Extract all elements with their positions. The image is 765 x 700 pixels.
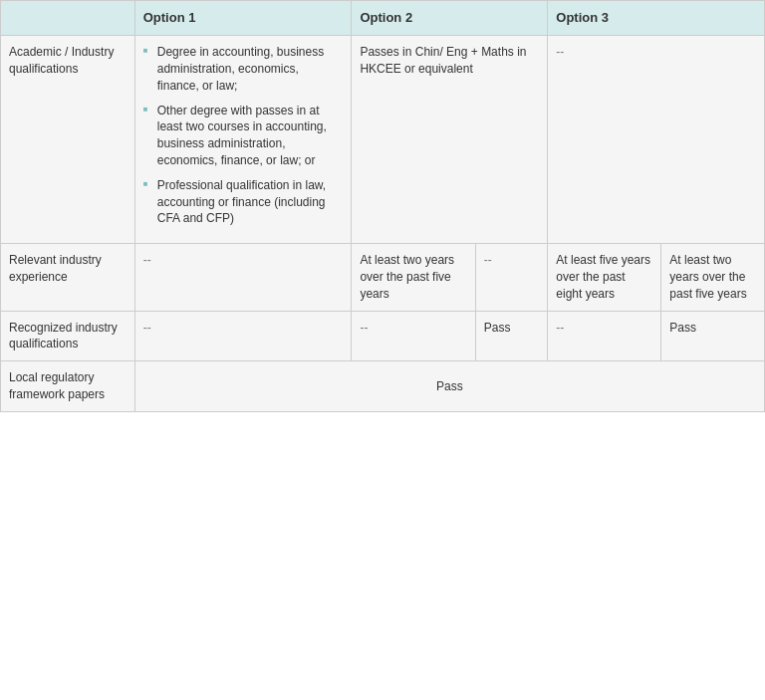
experience-option2a: At least two years over the past five ye… [352, 244, 475, 311]
academic-bullet-2: Other degree with passes in at least two… [143, 103, 344, 169]
academic-row: Academic / Industry qualifications Degre… [1, 36, 765, 244]
experience-option3a: At least five years over the past eight … [548, 244, 661, 311]
academic-row-header: Academic / Industry qualifications [1, 36, 135, 244]
academic-option3: -- [548, 36, 765, 244]
experience-option1: -- [134, 244, 352, 311]
experience-option3b: At least two years over the past five ye… [661, 244, 765, 311]
academic-bullet-3: Professional qualification in law, accou… [143, 177, 344, 227]
qualifications-row-header: Recognized industry qualifications [1, 311, 135, 361]
header-blank [1, 1, 135, 36]
academic-option1: Degree in accounting, business administr… [134, 36, 352, 244]
qualifications-option2a: -- [352, 311, 475, 361]
regulatory-row: Local regulatory framework papers Pass [1, 361, 765, 412]
header-option3: Option 3 [548, 1, 765, 36]
qualifications-option1: -- [134, 311, 352, 361]
qualifications-option3a: -- [548, 311, 661, 361]
qualifications-option2b: Pass [475, 311, 548, 361]
academic-bullet-1: Degree in accounting, business administr… [143, 44, 344, 94]
qualifications-option3b: Pass [661, 311, 765, 361]
main-table-wrapper: Option 1 Option 2 Option 3 Academic / In… [0, 0, 765, 412]
experience-option2b: -- [475, 244, 548, 311]
academic-option2: Passes in Chin/ Eng + Maths in HKCEE or … [352, 36, 548, 244]
qualifications-row: Recognized industry qualifications -- --… [1, 311, 765, 361]
regulatory-pass: Pass [134, 361, 764, 412]
regulatory-row-header: Local regulatory framework papers [1, 361, 135, 412]
qualifications-table: Option 1 Option 2 Option 3 Academic / In… [0, 0, 765, 412]
header-option1: Option 1 [134, 1, 352, 36]
experience-row-header: Relevant industry experience [1, 244, 135, 311]
academic-bullet-list: Degree in accounting, business administr… [143, 44, 344, 227]
experience-row: Relevant industry experience -- At least… [1, 244, 765, 311]
header-option2: Option 2 [352, 1, 548, 36]
